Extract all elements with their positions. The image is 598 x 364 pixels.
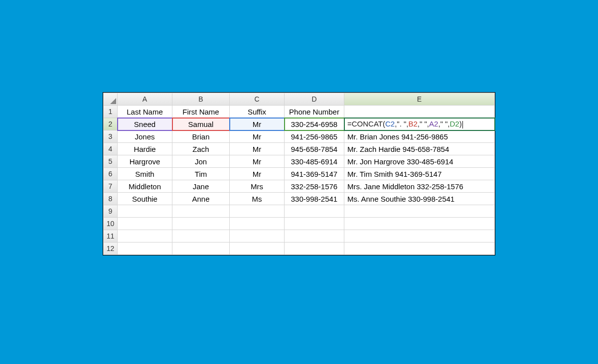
column-header-E[interactable]: E (344, 93, 495, 106)
column-header-C[interactable]: C (230, 93, 285, 106)
cell[interactable] (172, 218, 230, 230)
cell[interactable]: 330-998-2541 (285, 193, 344, 205)
cell[interactable]: Mr. Jon Hargrove 330-485-6914 (344, 155, 495, 168)
column-header-A[interactable]: A (118, 93, 172, 106)
cell[interactable]: Ms (230, 193, 285, 205)
table-row: 8 Southie Anne Ms 330-998-2541 Ms. Anne … (104, 193, 495, 205)
cell[interactable] (118, 218, 172, 230)
cell[interactable] (230, 230, 285, 243)
cell[interactable]: Southie (118, 193, 172, 205)
row-header[interactable]: 9 (104, 205, 118, 218)
select-all-corner[interactable] (104, 93, 118, 106)
cell[interactable] (172, 243, 230, 255)
cell[interactable]: 941-369-5147 (285, 168, 344, 180)
cell[interactable] (118, 205, 172, 218)
cell[interactable] (344, 218, 495, 230)
cell[interactable]: Mr (230, 143, 285, 155)
cell[interactable] (285, 218, 344, 230)
cell[interactable] (344, 230, 495, 243)
row-header[interactable]: 7 (104, 180, 118, 193)
column-header-D[interactable]: D (285, 93, 344, 106)
row-header[interactable]: 2 (104, 118, 118, 130)
cell[interactable]: Brian (172, 130, 230, 143)
row-header[interactable]: 8 (104, 193, 118, 205)
cell[interactable]: Hardie (118, 143, 172, 155)
table-row: 6 Smith Tim Mr 941-369-5147 Mr. Tim Smit… (104, 168, 495, 180)
row-header[interactable]: 5 (104, 155, 118, 168)
table-row: 9 (104, 205, 495, 218)
cell[interactable]: First Name (172, 106, 230, 118)
table-row: 7 Middleton Jane Mrs 332-258-1576 Mrs. J… (104, 180, 495, 193)
cell[interactable]: Tim (172, 168, 230, 180)
formula-text: =CONCAT(C2,". ",B2," ",A2," ",D2) (347, 120, 463, 128)
cell-E2-active-formula[interactable]: =CONCAT(C2,". ",B2," ",A2," ",D2) (344, 118, 495, 130)
cell[interactable]: Mr (230, 130, 285, 143)
table-row: 12 (104, 243, 495, 255)
cell[interactable] (118, 243, 172, 255)
table-row: 11 (104, 230, 495, 243)
cell[interactable]: Mr. Brian Jones 941-256-9865 (344, 130, 495, 143)
spreadsheet[interactable]: A B C D E 1 Last Name First Name Suffix … (103, 92, 495, 255)
cell[interactable]: Mr. Tim Smith 941-369-5147 (344, 168, 495, 180)
cell[interactable] (344, 205, 495, 218)
text-cursor (462, 121, 463, 128)
cell[interactable]: Mr. Zach Hardie 945-658-7854 (344, 143, 495, 155)
cell[interactable] (172, 205, 230, 218)
cell[interactable]: Zach (172, 143, 230, 155)
cell-D2-referenced[interactable]: 330-254-6958 (285, 118, 344, 130)
row-header[interactable]: 4 (104, 143, 118, 155)
table-row: 1 Last Name First Name Suffix Phone Numb… (104, 106, 495, 118)
cell[interactable]: 332-258-1576 (285, 180, 344, 193)
cell[interactable]: Phone Number (285, 106, 344, 118)
row-header[interactable]: 12 (104, 243, 118, 255)
column-header-row: A B C D E (104, 93, 495, 106)
cell[interactable] (230, 205, 285, 218)
cell[interactable]: Anne (172, 193, 230, 205)
row-header[interactable]: 1 (104, 106, 118, 118)
cell[interactable]: Suffix (230, 106, 285, 118)
cell[interactable]: Jones (118, 130, 172, 143)
cell[interactable]: 945-658-7854 (285, 143, 344, 155)
grid-table[interactable]: A B C D E 1 Last Name First Name Suffix … (103, 93, 495, 255)
table-row: 4 Hardie Zach Mr 945-658-7854 Mr. Zach H… (104, 143, 495, 155)
cell-A2-referenced[interactable]: Sneed (118, 118, 172, 130)
cell[interactable]: Mrs. Jane Middleton 332-258-1576 (344, 180, 495, 193)
cell[interactable] (344, 106, 495, 118)
cell-C2-referenced[interactable]: Mr (230, 118, 285, 130)
cell[interactable]: Jane (172, 180, 230, 193)
grid-body: 1 Last Name First Name Suffix Phone Numb… (104, 106, 495, 255)
cell[interactable]: Last Name (118, 106, 172, 118)
cell[interactable]: Smith (118, 168, 172, 180)
table-row: 10 (104, 218, 495, 230)
cell-B2-referenced[interactable]: Samual (172, 118, 230, 130)
cell[interactable] (344, 243, 495, 255)
table-row: 2 Sneed Samual Mr 330-254-6958 =CONCAT(C… (104, 118, 495, 130)
row-header[interactable]: 3 (104, 130, 118, 143)
row-header[interactable]: 6 (104, 168, 118, 180)
cell[interactable]: Middleton (118, 180, 172, 193)
row-header[interactable]: 10 (104, 218, 118, 230)
column-header-B[interactable]: B (172, 93, 230, 106)
cell[interactable]: Jon (172, 155, 230, 168)
cell[interactable] (285, 230, 344, 243)
row-header[interactable]: 11 (104, 230, 118, 243)
cell[interactable]: Hargrove (118, 155, 172, 168)
cell[interactable] (285, 205, 344, 218)
cell[interactable]: Mr (230, 168, 285, 180)
cell[interactable] (230, 243, 285, 255)
cell[interactable]: 941-256-9865 (285, 130, 344, 143)
table-row: 3 Jones Brian Mr 941-256-9865 Mr. Brian … (104, 130, 495, 143)
cell[interactable]: 330-485-6914 (285, 155, 344, 168)
cell[interactable]: Ms. Anne Southie 330-998-2541 (344, 193, 495, 205)
cell[interactable] (285, 243, 344, 255)
table-row: 5 Hargrove Jon Mr 330-485-6914 Mr. Jon H… (104, 155, 495, 168)
cell[interactable]: Mrs (230, 180, 285, 193)
cell[interactable] (118, 230, 172, 243)
cell[interactable] (230, 218, 285, 230)
cell[interactable]: Mr (230, 155, 285, 168)
cell[interactable] (172, 230, 230, 243)
